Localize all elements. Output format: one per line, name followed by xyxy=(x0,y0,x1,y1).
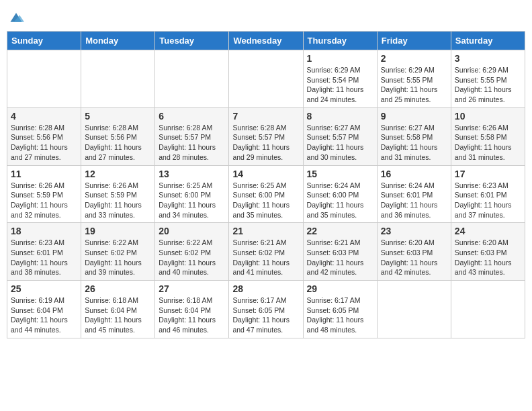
calendar-cell: 24Sunrise: 6:20 AM Sunset: 6:03 PM Dayli… xyxy=(451,223,525,281)
calendar-body: 1Sunrise: 6:29 AM Sunset: 5:54 PM Daylig… xyxy=(7,50,525,338)
logo-icon xyxy=(8,9,24,26)
day-number: 13 xyxy=(159,169,225,179)
day-number: 22 xyxy=(307,226,373,236)
calendar-cell: 3Sunrise: 6:29 AM Sunset: 5:55 PM Daylig… xyxy=(451,50,525,108)
day-number: 9 xyxy=(381,111,447,122)
day-header-tuesday: Tuesday xyxy=(155,32,229,50)
calendar-table: SundayMondayTuesdayWednesdayThursdayFrid… xyxy=(7,31,525,338)
cell-info: Sunrise: 6:18 AM Sunset: 6:04 PM Dayligh… xyxy=(159,295,225,335)
cell-info: Sunrise: 6:27 AM Sunset: 5:58 PM Dayligh… xyxy=(381,123,447,163)
calendar-cell: 17Sunrise: 6:23 AM Sunset: 6:01 PM Dayli… xyxy=(451,165,525,223)
day-number: 8 xyxy=(307,111,373,122)
calendar-cell: 20Sunrise: 6:22 AM Sunset: 6:02 PM Dayli… xyxy=(155,223,229,281)
calendar-cell: 27Sunrise: 6:18 AM Sunset: 6:04 PM Dayli… xyxy=(155,281,229,338)
cell-info: Sunrise: 6:28 AM Sunset: 5:57 PM Dayligh… xyxy=(159,123,225,163)
day-number: 20 xyxy=(159,226,225,236)
calendar-cell: 29Sunrise: 6:17 AM Sunset: 6:05 PM Dayli… xyxy=(303,281,377,338)
cell-info: Sunrise: 6:23 AM Sunset: 6:01 PM Dayligh… xyxy=(11,238,77,277)
cell-info: Sunrise: 6:20 AM Sunset: 6:03 PM Dayligh… xyxy=(381,238,447,277)
calendar-cell: 18Sunrise: 6:23 AM Sunset: 6:01 PM Dayli… xyxy=(7,223,81,281)
day-header-wednesday: Wednesday xyxy=(229,32,303,50)
cell-info: Sunrise: 6:27 AM Sunset: 5:57 PM Dayligh… xyxy=(307,123,373,163)
calendar-week-5: 25Sunrise: 6:19 AM Sunset: 6:04 PM Dayli… xyxy=(7,281,525,338)
calendar-cell: 7Sunrise: 6:28 AM Sunset: 5:57 PM Daylig… xyxy=(229,107,303,165)
cell-info: Sunrise: 6:18 AM Sunset: 6:04 PM Dayligh… xyxy=(85,295,151,335)
calendar-cell xyxy=(229,50,303,108)
day-number: 16 xyxy=(381,169,447,179)
cell-info: Sunrise: 6:29 AM Sunset: 5:54 PM Dayligh… xyxy=(307,65,373,105)
calendar-cell: 12Sunrise: 6:26 AM Sunset: 5:59 PM Dayli… xyxy=(81,165,155,223)
calendar-cell xyxy=(81,50,155,108)
cell-info: Sunrise: 6:29 AM Sunset: 5:55 PM Dayligh… xyxy=(381,65,447,105)
calendar-cell: 15Sunrise: 6:24 AM Sunset: 6:00 PM Dayli… xyxy=(303,165,377,223)
day-number: 21 xyxy=(232,226,299,236)
day-header-sunday: Sunday xyxy=(7,32,81,50)
day-number: 25 xyxy=(11,283,77,294)
day-number: 5 xyxy=(85,111,151,122)
cell-info: Sunrise: 6:26 AM Sunset: 5:59 PM Dayligh… xyxy=(85,181,151,220)
day-header-friday: Friday xyxy=(377,32,451,50)
cell-info: Sunrise: 6:25 AM Sunset: 6:00 PM Dayligh… xyxy=(159,181,225,220)
calendar-header: SundayMondayTuesdayWednesdayThursdayFrid… xyxy=(7,32,525,50)
day-number: 14 xyxy=(232,169,299,179)
day-number: 12 xyxy=(85,169,151,179)
day-number: 29 xyxy=(307,283,373,294)
calendar-cell: 8Sunrise: 6:27 AM Sunset: 5:57 PM Daylig… xyxy=(303,107,377,165)
calendar-cell: 9Sunrise: 6:27 AM Sunset: 5:58 PM Daylig… xyxy=(377,107,451,165)
cell-info: Sunrise: 6:20 AM Sunset: 6:03 PM Dayligh… xyxy=(455,238,521,277)
calendar-week-3: 11Sunrise: 6:26 AM Sunset: 5:59 PM Dayli… xyxy=(7,165,525,223)
cell-info: Sunrise: 6:23 AM Sunset: 6:01 PM Dayligh… xyxy=(455,181,521,220)
day-number: 23 xyxy=(381,226,447,236)
calendar-cell: 22Sunrise: 6:21 AM Sunset: 6:03 PM Dayli… xyxy=(303,223,377,281)
calendar-cell: 28Sunrise: 6:17 AM Sunset: 6:05 PM Dayli… xyxy=(229,281,303,338)
day-number: 11 xyxy=(11,169,77,179)
day-number: 24 xyxy=(455,226,521,236)
cell-info: Sunrise: 6:22 AM Sunset: 6:02 PM Dayligh… xyxy=(85,238,151,277)
calendar-cell: 14Sunrise: 6:25 AM Sunset: 6:00 PM Dayli… xyxy=(229,165,303,223)
calendar-cell: 16Sunrise: 6:24 AM Sunset: 6:01 PM Dayli… xyxy=(377,165,451,223)
calendar-cell: 25Sunrise: 6:19 AM Sunset: 6:04 PM Dayli… xyxy=(7,281,81,338)
day-header-saturday: Saturday xyxy=(451,32,525,50)
cell-info: Sunrise: 6:28 AM Sunset: 5:57 PM Dayligh… xyxy=(232,123,299,163)
page-header xyxy=(7,7,525,26)
calendar-cell xyxy=(7,50,81,108)
calendar-cell: 5Sunrise: 6:28 AM Sunset: 5:56 PM Daylig… xyxy=(81,107,155,165)
calendar-week-2: 4Sunrise: 6:28 AM Sunset: 5:56 PM Daylig… xyxy=(7,107,525,165)
calendar-cell xyxy=(451,281,525,338)
cell-info: Sunrise: 6:28 AM Sunset: 5:56 PM Dayligh… xyxy=(11,123,77,163)
day-number: 4 xyxy=(11,111,77,122)
cell-info: Sunrise: 6:28 AM Sunset: 5:56 PM Dayligh… xyxy=(85,123,151,163)
calendar-cell: 19Sunrise: 6:22 AM Sunset: 6:02 PM Dayli… xyxy=(81,223,155,281)
calendar-cell: 23Sunrise: 6:20 AM Sunset: 6:03 PM Dayli… xyxy=(377,223,451,281)
calendar-week-1: 1Sunrise: 6:29 AM Sunset: 5:54 PM Daylig… xyxy=(7,50,525,108)
day-header-monday: Monday xyxy=(81,32,155,50)
day-number: 19 xyxy=(85,226,151,236)
day-number: 18 xyxy=(11,226,77,236)
day-number: 7 xyxy=(232,111,299,122)
calendar-cell: 2Sunrise: 6:29 AM Sunset: 5:55 PM Daylig… xyxy=(377,50,451,108)
cell-info: Sunrise: 6:25 AM Sunset: 6:00 PM Dayligh… xyxy=(232,181,299,220)
day-number: 26 xyxy=(85,283,151,294)
cell-info: Sunrise: 6:26 AM Sunset: 5:59 PM Dayligh… xyxy=(11,181,77,220)
calendar-week-4: 18Sunrise: 6:23 AM Sunset: 6:01 PM Dayli… xyxy=(7,223,525,281)
cell-info: Sunrise: 6:29 AM Sunset: 5:55 PM Dayligh… xyxy=(455,65,521,105)
cell-info: Sunrise: 6:21 AM Sunset: 6:03 PM Dayligh… xyxy=(307,238,373,277)
calendar-cell: 1Sunrise: 6:29 AM Sunset: 5:54 PM Daylig… xyxy=(303,50,377,108)
day-number: 15 xyxy=(307,169,373,179)
calendar-cell: 26Sunrise: 6:18 AM Sunset: 6:04 PM Dayli… xyxy=(81,281,155,338)
logo xyxy=(7,9,24,26)
cell-info: Sunrise: 6:24 AM Sunset: 6:00 PM Dayligh… xyxy=(307,181,373,220)
day-number: 27 xyxy=(159,283,225,294)
calendar-cell: 10Sunrise: 6:26 AM Sunset: 5:58 PM Dayli… xyxy=(451,107,525,165)
calendar-cell: 6Sunrise: 6:28 AM Sunset: 5:57 PM Daylig… xyxy=(155,107,229,165)
day-number: 17 xyxy=(455,169,521,179)
day-number: 1 xyxy=(307,53,373,64)
cell-info: Sunrise: 6:26 AM Sunset: 5:58 PM Dayligh… xyxy=(455,123,521,163)
day-number: 6 xyxy=(159,111,225,122)
cell-info: Sunrise: 6:17 AM Sunset: 6:05 PM Dayligh… xyxy=(307,295,373,335)
day-number: 10 xyxy=(455,111,521,122)
day-header-thursday: Thursday xyxy=(303,32,377,50)
calendar-cell: 11Sunrise: 6:26 AM Sunset: 5:59 PM Dayli… xyxy=(7,165,81,223)
calendar-cell: 4Sunrise: 6:28 AM Sunset: 5:56 PM Daylig… xyxy=(7,107,81,165)
cell-info: Sunrise: 6:24 AM Sunset: 6:01 PM Dayligh… xyxy=(381,181,447,220)
